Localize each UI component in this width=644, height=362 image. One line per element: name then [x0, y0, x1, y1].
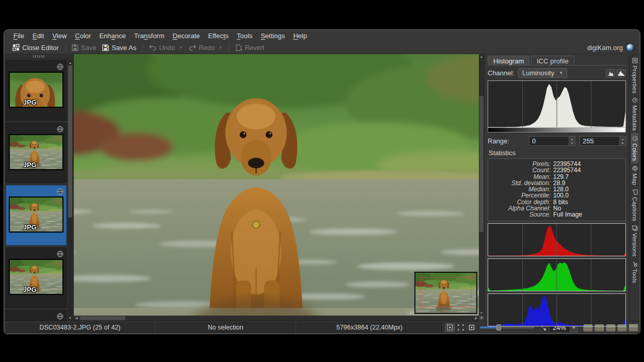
- versions-icon: [632, 225, 638, 231]
- menu-help[interactable]: Help: [289, 30, 311, 41]
- tab-icc-profile[interactable]: ICC profile: [531, 56, 574, 65]
- pan-selection-rect[interactable]: [420, 277, 472, 307]
- digikam-editor-window: FileEditViewColorEnhanceTransformDecorat…: [4, 29, 640, 334]
- luminosity-histogram[interactable]: [488, 80, 626, 128]
- statusbar-thumb-button-4[interactable]: [617, 324, 627, 332]
- channel-select[interactable]: Luminosity ▼: [518, 68, 567, 78]
- green-histogram[interactable]: [488, 258, 626, 291]
- statusbar-thumb-button-6[interactable]: [640, 324, 640, 332]
- thumbnail-image[interactable]: JPG: [9, 134, 63, 170]
- pan-tool-button[interactable]: ✛: [479, 316, 484, 321]
- mini-image-icon: [584, 324, 592, 331]
- sidebar-tab-captions[interactable]: Captions: [632, 187, 638, 223]
- tools-icon: [632, 261, 638, 267]
- menu-file[interactable]: File: [9, 30, 28, 41]
- sidebar-tab-colors[interactable]: Colors: [631, 133, 638, 163]
- undo-button[interactable]: Undo▼: [146, 43, 186, 53]
- filmstrip-thumbnail-4[interactable]: JPG: [6, 248, 67, 308]
- sidebar-tab-tools[interactable]: Tools: [632, 259, 638, 285]
- mini-image-icon: [618, 324, 626, 331]
- range-min-input[interactable]: 0 ▲▼: [529, 136, 575, 146]
- editor-canvas[interactable]: ▲ ▼ ◀ ▶ ✛: [74, 54, 484, 321]
- menu-enhance[interactable]: Enhance: [95, 30, 130, 41]
- save-button[interactable]: Save: [69, 43, 100, 53]
- sidebar-tab-metadata[interactable]: Metadata: [632, 95, 638, 133]
- stat-row: Count:22395744: [491, 167, 622, 173]
- menu-bar: FileEditViewColorEnhanceTransformDecorat…: [4, 30, 640, 41]
- menu-tools[interactable]: Tools: [233, 30, 256, 41]
- digikam-logo-icon: [626, 43, 635, 52]
- red-histogram[interactable]: [488, 223, 626, 256]
- linear-scale-button[interactable]: [606, 69, 615, 77]
- thumbnail-image[interactable]: JPG: [9, 259, 63, 295]
- zoom-100-button[interactable]: [467, 323, 476, 332]
- scroll-up-icon[interactable]: ▲: [68, 60, 73, 65]
- close-editor-button[interactable]: Close Editor: [9, 43, 62, 53]
- chevron-down-icon[interactable]: ▼: [218, 45, 222, 50]
- scroll-down-icon[interactable]: ▼: [68, 316, 73, 320]
- filmstrip-thumbnail-1[interactable]: JPG: [6, 60, 67, 121]
- mini-image-icon: [595, 324, 604, 331]
- save-icon: [72, 44, 78, 51]
- thumbnail-image[interactable]: JPG: [9, 196, 63, 233]
- statusbar-thumb-button-3[interactable]: [606, 324, 616, 332]
- menu-decorate[interactable]: Decorate: [169, 30, 204, 41]
- stat-row: Percentile:100.0: [491, 192, 622, 199]
- range-max-input[interactable]: 255 ▲▼: [579, 136, 626, 146]
- filmstrip-thumbnail-3[interactable]: JPG: [6, 185, 67, 245]
- save-as-button[interactable]: Save As: [99, 43, 139, 53]
- canvas-vertical-scrollbar[interactable]: ▲ ▼: [479, 54, 484, 316]
- tab-histogram[interactable]: Histogram: [488, 56, 529, 65]
- spinner-arrows-icon[interactable]: ▲▼: [619, 137, 625, 145]
- range-label: Range:: [488, 137, 509, 145]
- filmstrip-scrollbar[interactable]: ▲ ▼: [68, 60, 73, 320]
- menu-settings[interactable]: Settings: [256, 30, 289, 41]
- format-badge: JPG: [23, 286, 37, 293]
- chevron-down-icon: ▼: [559, 71, 563, 75]
- menu-view[interactable]: View: [48, 30, 71, 41]
- statusbar-thumb-button-2[interactable]: [594, 324, 604, 332]
- zoom-slider-handle[interactable]: [496, 324, 501, 331]
- spinner-arrows-icon[interactable]: ▲▼: [569, 137, 575, 145]
- captions-icon: [632, 189, 638, 195]
- geolocation-globe-icon: [57, 63, 63, 72]
- menu-effects[interactable]: Effects: [204, 30, 233, 41]
- sidebar-tab-map[interactable]: Map: [632, 163, 638, 187]
- right-sidebar-panel: Histogram ICC profile Channel: Luminosit…: [484, 54, 629, 321]
- sidebar-tab-properties[interactable]: Properties: [632, 56, 638, 95]
- canvas-horizontal-scrollbar[interactable]: ◀ ▶: [74, 316, 479, 321]
- histogram-tab-bar: Histogram ICC profile: [488, 56, 626, 65]
- metadata-icon: [632, 97, 638, 103]
- thumbnail-image[interactable]: JPG: [9, 72, 63, 108]
- format-badge: JPG: [23, 223, 37, 231]
- filmstrip-scrollbar-thumb[interactable]: [68, 65, 72, 218]
- fit-window-button[interactable]: [445, 323, 455, 332]
- redo-button[interactable]: Redo▼: [186, 43, 226, 53]
- pan-overview-thumbnail[interactable]: [414, 272, 477, 314]
- logarithmic-scale-button[interactable]: [617, 69, 626, 77]
- fit-selection-button[interactable]: [456, 323, 465, 332]
- filmstrip-thumbnail-5[interactable]: JPG: [6, 310, 67, 321]
- toolbar: Close EditorSaveSave AsUndo▼Redo▼Revert …: [4, 41, 640, 54]
- sidebar-tab-versions[interactable]: Versions: [632, 223, 638, 259]
- revert-icon: [235, 44, 242, 51]
- zoom-slider[interactable]: [480, 326, 535, 328]
- mini-image-icon: [606, 324, 615, 331]
- chevron-down-icon[interactable]: ▼: [179, 45, 183, 50]
- statusbar-thumb-button-1[interactable]: [583, 324, 593, 332]
- menu-transform[interactable]: Transform: [130, 30, 169, 41]
- blue-histogram[interactable]: [488, 293, 626, 326]
- properties-icon: [632, 58, 638, 63]
- filmstrip-thumbnail-2[interactable]: JPG: [6, 123, 67, 183]
- channel-label: Channel:: [488, 69, 514, 77]
- geolocation-globe-icon: [57, 125, 63, 135]
- colors-icon: [632, 136, 638, 141]
- format-badge: JPG: [23, 98, 37, 106]
- statusbar-thumb-button-5[interactable]: [629, 324, 638, 332]
- menu-color[interactable]: Color: [71, 30, 95, 41]
- close-editor-icon: [12, 44, 20, 51]
- format-badge: JPG: [23, 161, 37, 169]
- filmstrip-grip-handle[interactable]: [33, 55, 44, 58]
- menu-edit[interactable]: Edit: [28, 30, 48, 41]
- revert-button[interactable]: Revert: [232, 43, 267, 53]
